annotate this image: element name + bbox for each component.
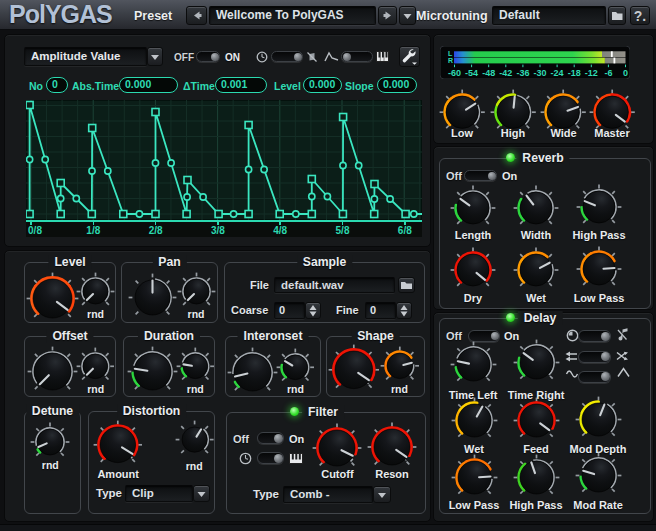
svg-text:-30: -30 <box>533 68 546 78</box>
svg-text:-54: -54 <box>465 68 478 78</box>
svg-text:0: 0 <box>623 68 628 78</box>
svg-text:-12: -12 <box>585 68 598 78</box>
svg-text:-42: -42 <box>499 68 512 78</box>
svg-text:-36: -36 <box>516 68 529 78</box>
svg-text:-6: -6 <box>604 68 612 78</box>
svg-text:-24: -24 <box>551 68 564 78</box>
svg-text:-48: -48 <box>482 68 495 78</box>
svg-text:R: R <box>448 57 453 64</box>
svg-text:-60: -60 <box>448 68 461 78</box>
svg-text:-18: -18 <box>568 68 581 78</box>
